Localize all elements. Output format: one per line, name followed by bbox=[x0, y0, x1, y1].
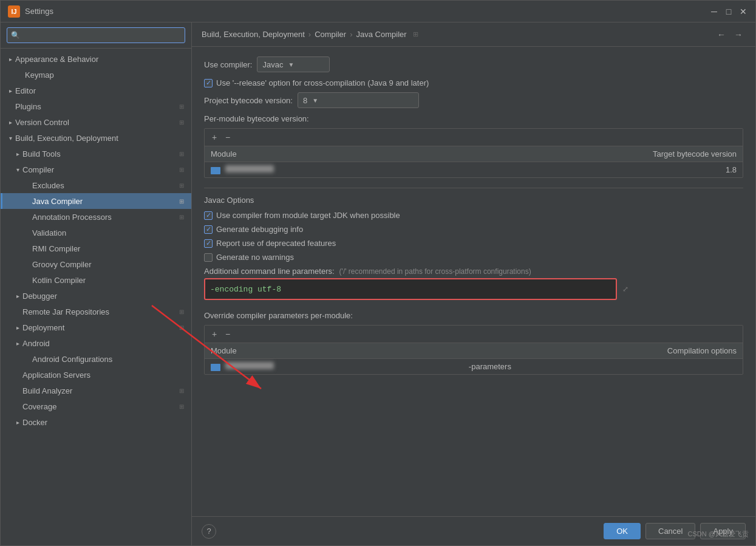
javac-opt-4-label: Generate no warnings bbox=[216, 253, 294, 262]
module-col-header: Module bbox=[205, 146, 441, 162]
close-button[interactable]: ✕ bbox=[738, 7, 748, 16]
sidebar-item-excludes[interactable]: Excludes ⊞ bbox=[1, 177, 191, 193]
minimize-button[interactable]: ─ bbox=[709, 7, 719, 16]
settings-icon-coverage: ⊞ bbox=[177, 401, 186, 411]
sidebar-item-plugins[interactable]: Plugins ⊞ bbox=[1, 98, 191, 114]
sidebar-item-build-tools[interactable]: Build Tools ⊞ bbox=[1, 146, 191, 162]
main-content: Build, Execution, Deployment › Compiler … bbox=[192, 22, 755, 545]
override-remove-button[interactable]: − bbox=[222, 328, 234, 340]
ok-button[interactable]: OK bbox=[604, 523, 641, 539]
release-option-checkbox[interactable] bbox=[204, 79, 213, 87]
breadcrumb-bar: Build, Execution, Deployment › Compiler … bbox=[192, 22, 755, 47]
compiler-value: Javac bbox=[262, 60, 283, 69]
sidebar-item-build-exec[interactable]: Build, Execution, Deployment bbox=[1, 130, 191, 146]
sidebar-label-vc: Version Control bbox=[15, 118, 177, 127]
release-option-label: Use '--release' option for cross-compila… bbox=[216, 78, 429, 87]
override-options-cell: -parameters bbox=[463, 359, 743, 375]
additional-cmd-input[interactable]: -encoding utf-8 bbox=[204, 278, 617, 300]
settings-icon-java-compiler: ⊞ bbox=[177, 196, 186, 206]
per-module-remove-button[interactable]: − bbox=[222, 131, 234, 143]
sidebar-label-annotation: Annotation Processors bbox=[32, 213, 177, 222]
dropdown-arrow-bytecode: ▼ bbox=[312, 97, 318, 104]
javac-opt-2-checkbox[interactable] bbox=[204, 225, 213, 234]
sidebar-label-build-tools: Build Tools bbox=[22, 149, 177, 159]
expand-arrow-deployment bbox=[13, 322, 22, 332]
override-label: Override compiler parameters per-module: bbox=[204, 311, 743, 320]
sidebar-label-android-configs: Android Configurations bbox=[32, 355, 186, 364]
javac-opt-2-label: Generate debugging info bbox=[216, 225, 303, 234]
sidebar-item-kotlin[interactable]: Kotlin Compiler bbox=[1, 272, 191, 288]
sidebar-item-build-analyzer[interactable]: Build Analyzer ⊞ bbox=[1, 383, 191, 398]
settings-window: IJ Settings ─ □ ✕ 🔍 Appearance & Be bbox=[0, 0, 756, 546]
expand-arrow-plugins bbox=[5, 101, 15, 111]
override-table-header-row: Module Compilation options bbox=[205, 343, 743, 359]
bytecode-version-dropdown[interactable]: 8 ▼ bbox=[298, 92, 419, 108]
javac-opt-4-checkbox[interactable] bbox=[204, 253, 213, 262]
expand-arrow-remote-jar bbox=[13, 307, 22, 316]
sidebar-item-docker[interactable]: Docker bbox=[1, 414, 191, 430]
sidebar-label-docker: Docker bbox=[22, 418, 186, 427]
breadcrumb-part-3: Java Compiler bbox=[356, 30, 407, 39]
sidebar-item-rmi[interactable]: RMI Compiler bbox=[1, 241, 191, 256]
use-compiler-label: Use compiler: bbox=[204, 60, 252, 69]
sidebar-item-version-control[interactable]: Version Control ⊞ bbox=[1, 114, 191, 130]
sidebar-item-deployment[interactable]: Deployment ⊞ bbox=[1, 319, 191, 335]
sidebar-item-remote-jar[interactable]: Remote Jar Repositories ⊞ bbox=[1, 304, 191, 319]
sidebar-item-keymap[interactable]: Keymap bbox=[1, 67, 191, 83]
table-row: 1.8 bbox=[205, 162, 743, 178]
watermark: CSDN @风磊爱飞贡 bbox=[688, 530, 749, 539]
per-module-table-container: + − Module Target bytecode version bbox=[204, 128, 743, 178]
per-module-add-button[interactable]: + bbox=[208, 131, 220, 143]
sidebar-item-debugger[interactable]: Debugger bbox=[1, 288, 191, 304]
nav-forward-button[interactable]: → bbox=[731, 27, 746, 42]
sidebar-label-keymap: Keymap bbox=[25, 70, 186, 80]
sidebar-item-groovy[interactable]: Groovy Compiler bbox=[1, 256, 191, 272]
sidebar-label-editor: Editor bbox=[15, 86, 186, 95]
sidebar-label-app-servers: Application Servers bbox=[22, 370, 186, 380]
maximize-button[interactable]: □ bbox=[724, 7, 734, 16]
section-divider-1 bbox=[204, 188, 743, 188]
sidebar-item-compiler[interactable]: Compiler ⊞ bbox=[1, 162, 191, 177]
bottom-bar: ? OK Cancel Apply bbox=[192, 516, 755, 545]
app-icon: IJ bbox=[8, 5, 20, 18]
settings-icon-build-analyzer: ⊞ bbox=[177, 386, 186, 395]
settings-panel: Use compiler: Javac ▼ Use '--release' op… bbox=[192, 47, 755, 516]
sidebar-item-android[interactable]: Android bbox=[1, 335, 191, 351]
per-module-label: Per-module bytecode version: bbox=[204, 114, 743, 123]
expand-cmd-button[interactable]: ⤢ bbox=[619, 283, 632, 295]
nav-back-button[interactable]: ← bbox=[714, 27, 729, 42]
search-input[interactable] bbox=[22, 31, 181, 40]
sidebar-item-java-compiler[interactable]: Java Compiler ⊞ bbox=[1, 193, 191, 209]
override-add-button[interactable]: + bbox=[208, 328, 220, 340]
settings-icon-plugins: ⊞ bbox=[177, 101, 186, 111]
additional-cmd-value: -encoding utf-8 bbox=[210, 285, 281, 294]
sidebar-item-coverage[interactable]: Coverage ⊞ bbox=[1, 398, 191, 414]
sidebar-label-validation: Validation bbox=[32, 228, 186, 237]
sidebar-item-android-configs[interactable]: Android Configurations bbox=[1, 351, 191, 367]
expand-arrow-keymap bbox=[15, 70, 25, 80]
expand-arrow-rmi bbox=[22, 244, 32, 253]
settings-icon-deployment: ⊞ bbox=[177, 322, 186, 332]
javac-opt-1-checkbox[interactable] bbox=[204, 211, 213, 220]
sidebar-label-build-analyzer: Build Analyzer bbox=[22, 386, 177, 395]
expand-arrow-excludes bbox=[22, 180, 32, 190]
breadcrumb-part-2: Compiler bbox=[315, 30, 346, 39]
settings-icon-annotation: ⊞ bbox=[177, 212, 186, 222]
sidebar-item-validation[interactable]: Validation bbox=[1, 225, 191, 241]
sidebar-item-app-servers[interactable]: Application Servers bbox=[1, 367, 191, 383]
additional-cmd-hint: ('/' recommended in paths for cross-plat… bbox=[339, 267, 531, 276]
search-container[interactable]: 🔍 bbox=[7, 27, 185, 43]
sidebar-item-annotation[interactable]: Annotation Processors ⊞ bbox=[1, 209, 191, 225]
expand-arrow-compiler bbox=[13, 165, 22, 174]
sidebar-item-editor[interactable]: Editor bbox=[1, 83, 191, 98]
expand-arrow-annotation bbox=[22, 212, 32, 222]
expand-arrow-android-configs bbox=[22, 354, 32, 364]
compiler-dropdown[interactable]: Javac ▼ bbox=[257, 56, 330, 72]
bytecode-version-row: Project bytecode version: 8 ▼ bbox=[204, 92, 743, 108]
override-module-cell bbox=[205, 359, 463, 375]
javac-opt-3-checkbox[interactable] bbox=[204, 239, 213, 248]
per-module-table-header-row: Module Target bytecode version bbox=[205, 146, 743, 162]
help-button[interactable]: ? bbox=[202, 524, 216, 539]
sidebar-item-appearance[interactable]: Appearance & Behavior bbox=[1, 51, 191, 67]
per-module-table: Module Target bytecode version 1.8 bbox=[205, 146, 743, 177]
